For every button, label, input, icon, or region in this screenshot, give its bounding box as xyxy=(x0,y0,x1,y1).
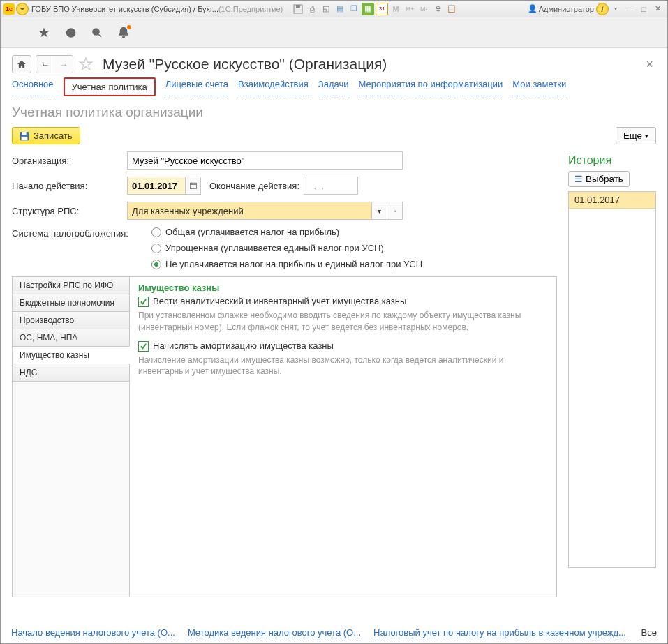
combo-open-icon[interactable]: ▫ xyxy=(387,202,402,219)
svg-rect-7 xyxy=(190,183,196,188)
button-row: Записать Еще ▾ xyxy=(1,127,667,151)
tab-accounts[interactable]: Лицевые счета xyxy=(165,77,228,96)
close-page-icon[interactable]: × xyxy=(643,57,656,72)
tab-interactions[interactable]: Взаимодействия xyxy=(238,77,309,96)
nav-back-button[interactable]: ← xyxy=(36,56,54,73)
end-date-input[interactable] xyxy=(304,177,358,195)
tax-option-general[interactable]: Общая (уплачивается налог на прибыль) xyxy=(151,227,422,237)
select-icon: ☰ xyxy=(574,174,583,184)
page-nav-tabs: Основное Учетная политика Лицевые счета … xyxy=(1,77,667,99)
bottom-links: Начало ведения налогового учета (О... Ме… xyxy=(11,627,657,638)
history-list[interactable]: 01.01.2017 xyxy=(568,191,656,568)
tax-system-label: Система налогообложения: xyxy=(12,227,151,239)
save-button-label: Записать xyxy=(34,130,73,141)
tab-it-events[interactable]: Мероприятия по информатизации xyxy=(358,77,503,96)
radio-checked-icon xyxy=(151,260,161,269)
document-icon[interactable]: ▤ xyxy=(334,3,346,15)
tax-option-simplified-label: Упрощенная (уплачивается единый налог пр… xyxy=(165,243,384,253)
apps-grid-icon[interactable] xyxy=(10,26,24,40)
user-menu[interactable]: 👤 Администратор xyxy=(526,4,596,13)
history-select-button[interactable]: ☰ Выбрать xyxy=(568,171,630,187)
favorite-star-icon[interactable] xyxy=(77,56,94,73)
page-header: ← → Музей "Русское искусство" (Организац… xyxy=(1,48,667,77)
help-text-2: Начисление амортизации имущества казны в… xyxy=(138,354,548,378)
page-title: Музей "Русское искусство" (Организация) xyxy=(103,56,387,73)
svg-point-3 xyxy=(93,29,99,35)
tab-tasks[interactable]: Задачи xyxy=(318,77,349,96)
save-button[interactable]: Записать xyxy=(12,127,80,144)
history-title: История xyxy=(568,154,656,167)
more-button[interactable]: Еще ▾ xyxy=(616,127,656,144)
bell-icon[interactable] xyxy=(117,26,131,40)
print-icon[interactable]: ⎙ xyxy=(306,3,318,15)
calendar-picker-icon[interactable] xyxy=(185,177,200,194)
history-icon[interactable] xyxy=(64,26,77,40)
checkbox-amortization[interactable]: Начислять амортизацию имущества казны xyxy=(138,340,548,352)
titlebar: 1c ГОБУ ВПО Университет искусств (Субсид… xyxy=(1,1,667,17)
radio-icon xyxy=(151,227,161,237)
copy-icon[interactable]: ❐ xyxy=(348,3,360,15)
tab-my-notes[interactable]: Мои заметки xyxy=(512,77,566,96)
maximize-icon[interactable]: □ xyxy=(637,3,650,15)
star-icon[interactable] xyxy=(37,26,51,40)
info-dropdown-icon[interactable]: ▾ xyxy=(609,3,622,15)
main-toolbar xyxy=(1,17,667,48)
history-panel: История ☰ Выбрать 01.01.2017 xyxy=(568,151,656,597)
tab-accounting-policy[interactable]: Учетная политика xyxy=(64,77,156,96)
side-tab-treasury-property[interactable]: Имущество казны xyxy=(12,346,130,364)
start-date-field[interactable] xyxy=(127,177,201,195)
save-toolbar-icon[interactable] xyxy=(292,3,304,15)
app-logo-icon: 1c xyxy=(3,3,15,15)
m-plus-icon[interactable]: M+ xyxy=(403,3,416,15)
zoom-icon[interactable]: ⊕ xyxy=(431,3,444,15)
pane-treasury-property: Имущество казны Вести аналитический и ин… xyxy=(130,277,556,597)
start-date-input[interactable] xyxy=(128,177,185,194)
tax-option-none[interactable]: Не уплачивается налог на прибыль и едины… xyxy=(151,259,422,269)
m-minus-icon[interactable]: M- xyxy=(417,3,430,15)
window-title-b: (1С:Предприятие) xyxy=(218,5,283,13)
svg-rect-6 xyxy=(22,136,28,139)
tax-option-simplified[interactable]: Упрощенная (уплачивается единый налог пр… xyxy=(151,243,422,253)
clipboard-icon[interactable]: 📋 xyxy=(445,3,458,15)
calc-icon[interactable]: ▦ xyxy=(362,3,374,15)
side-tab-os-nma[interactable]: ОС, НМА, НПА xyxy=(12,329,129,347)
history-item[interactable]: 01.01.2017 xyxy=(569,192,655,209)
side-tab-nds[interactable]: НДС xyxy=(12,364,129,382)
nav-forward-button[interactable]: → xyxy=(54,56,73,73)
user-icon: 👤 xyxy=(528,4,537,13)
m-icon[interactable]: M xyxy=(389,3,402,15)
checkbox-checked-icon xyxy=(138,297,149,307)
checkbox-checked-icon xyxy=(138,341,149,352)
search-icon[interactable] xyxy=(90,26,104,40)
close-window-icon[interactable]: ✕ xyxy=(651,3,664,15)
preview-icon[interactable]: ◱ xyxy=(320,3,332,15)
minimize-icon[interactable]: — xyxy=(623,3,636,15)
link-tax-start[interactable]: Начало ведения налогового учета (О... xyxy=(11,627,175,638)
side-tab-rps-ifo[interactable]: Настройки РПС по ИФО xyxy=(12,276,129,294)
section-title: Учетная политика организации xyxy=(1,99,667,127)
side-tab-production[interactable]: Производство xyxy=(12,311,129,329)
settings-panel: Настройки РПС по ИФО Бюджетные полномочи… xyxy=(12,276,557,597)
side-tab-budget[interactable]: Бюджетные полномочия xyxy=(12,294,129,312)
checkbox-amortization-label: Начислять амортизацию имущества казны xyxy=(153,340,334,351)
combo-dropdown-icon[interactable]: ▾ xyxy=(371,202,387,219)
app-menu-dropdown[interactable] xyxy=(16,3,29,15)
org-input[interactable] xyxy=(127,151,403,170)
link-tax-method[interactable]: Методика ведения налогового учета (О... xyxy=(188,627,361,638)
rps-combo[interactable]: Для казенных учреждений ▾ ▫ xyxy=(127,202,403,220)
calendar-icon[interactable]: 31 xyxy=(376,3,388,15)
end-date-label: Окончание действия: xyxy=(209,181,299,191)
chevron-down-icon: ▾ xyxy=(645,133,648,140)
link-all[interactable]: Все xyxy=(641,627,657,638)
org-label: Организация: xyxy=(12,156,127,166)
home-button[interactable] xyxy=(12,55,31,73)
tab-main[interactable]: Основное xyxy=(12,77,54,96)
svg-rect-5 xyxy=(22,131,27,134)
checkbox-analytical-accounting[interactable]: Вести аналитический и инвентарный учет и… xyxy=(138,296,548,307)
svg-rect-1 xyxy=(296,5,300,8)
link-tax-profit[interactable]: Налоговый учет по налогу на прибыль в ка… xyxy=(373,627,626,638)
pane-title: Имущество казны xyxy=(138,283,548,293)
info-icon[interactable]: i xyxy=(596,3,609,15)
rps-label: Структура РПС: xyxy=(12,206,127,216)
start-date-label: Начало действия: xyxy=(12,181,127,191)
